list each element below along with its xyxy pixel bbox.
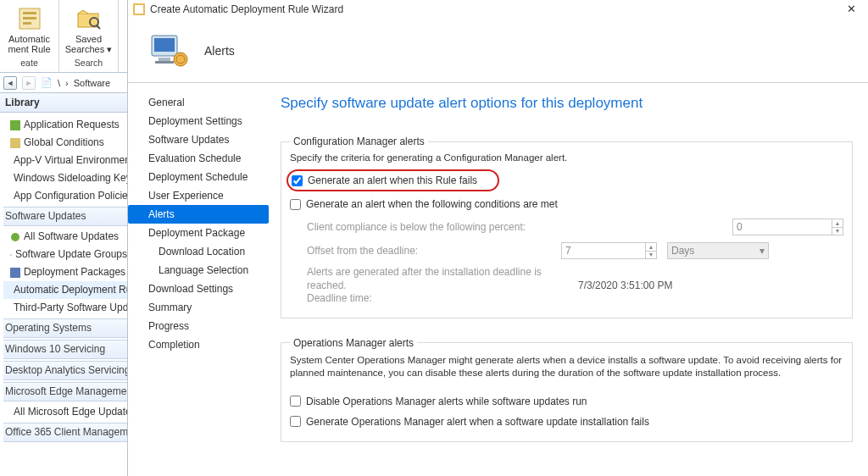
row-offset: Offset from the deadline: ▲▼ Days▾ bbox=[307, 242, 843, 259]
tree-label: Third-Party Software Upda bbox=[14, 299, 127, 317]
lbl-offset: Offset from the deadline: bbox=[307, 245, 544, 257]
chk-rule-fails[interactable] bbox=[292, 175, 303, 186]
ribbon-create-label[interactable]: Automatic ment Rule bbox=[6, 34, 52, 54]
chevron-down-icon: ▾ bbox=[760, 245, 765, 257]
step-evaluation-schedule[interactable]: Evaluation Schedule bbox=[143, 149, 272, 168]
chk-om-disable-label: Disable Operations Manager alerts while … bbox=[306, 396, 587, 407]
ribbon-create-group: Automatic ment Rule eate bbox=[0, 0, 59, 72]
input-offset[interactable] bbox=[561, 242, 646, 259]
svg-rect-14 bbox=[10, 268, 20, 278]
tree-label: Automatic Deployment Ru bbox=[14, 281, 127, 299]
chk-om-generate-row[interactable]: Generate Operations Manager alert when a… bbox=[290, 414, 843, 429]
spinner-compliance[interactable]: ▲▼ bbox=[832, 219, 843, 235]
cm-alerts-legend: Configuration Manager alerts bbox=[290, 136, 428, 147]
step-deployment-schedule[interactable]: Deployment Schedule bbox=[143, 168, 272, 186]
step-general[interactable]: General bbox=[143, 93, 272, 112]
om-alerts-legend: Operations Manager alerts bbox=[290, 337, 417, 349]
sccm-console-background: Automatic ment Rule eate Saved Searches … bbox=[0, 0, 127, 476]
step-deployment-settings[interactable]: Deployment Settings bbox=[143, 112, 272, 130]
tree-label: Operating Systems bbox=[5, 319, 92, 337]
breadcrumb-path[interactable]: Software bbox=[74, 78, 110, 88]
chk-om-disable[interactable] bbox=[290, 396, 301, 407]
svg-rect-3 bbox=[23, 22, 31, 25]
step-download-location[interactable]: Download Location bbox=[143, 242, 272, 261]
tree-category-software-updates[interactable]: Software Updates bbox=[3, 207, 127, 226]
tree-item-app-requests[interactable]: Application Requests bbox=[3, 116, 127, 134]
svg-rect-21 bbox=[154, 38, 175, 52]
chk-conditions[interactable] bbox=[290, 199, 301, 210]
svg-rect-8 bbox=[10, 138, 20, 148]
ribbon-search-label[interactable]: Saved Searches ▾ bbox=[64, 34, 114, 54]
step-user-experience[interactable]: User Experience bbox=[143, 186, 272, 205]
tree-item-adr[interactable]: Automatic Deployment Ru bbox=[3, 281, 127, 299]
tree-item-dep-packages[interactable]: Deployment Packages bbox=[3, 263, 127, 281]
tree-item-appv[interactable]: App-V Virtual Environmen bbox=[3, 152, 127, 169]
combo-offset-unit[interactable]: Days▾ bbox=[667, 242, 769, 259]
svg-line-6 bbox=[97, 25, 100, 29]
svg-rect-4 bbox=[78, 14, 98, 27]
tree-label: Software Update Groups bbox=[15, 246, 127, 263]
step-language-selection[interactable]: Language Selection bbox=[143, 261, 272, 280]
tree-item-all-edge[interactable]: All Microsoft Edge Updates bbox=[3, 403, 127, 421]
step-summary[interactable]: Summary bbox=[143, 298, 272, 317]
om-alerts-desc: System Center Operations Manager might g… bbox=[290, 354, 843, 380]
close-button[interactable]: ✕ bbox=[839, 2, 863, 17]
chk-conditions-label: Generate an alert when the following con… bbox=[306, 198, 558, 210]
tree-item-appconfig[interactable]: App Configuration Policies bbox=[3, 187, 127, 205]
chk-om-generate[interactable] bbox=[290, 416, 301, 427]
cm-alerts-group: Configuration Manager alerts Specify the… bbox=[281, 136, 853, 318]
svg-rect-22 bbox=[159, 58, 170, 61]
breadcrumb-sep2: › bbox=[65, 78, 69, 88]
tree-label: Application Requests bbox=[24, 116, 120, 134]
tree-item-edge-mgmt[interactable]: Microsoft Edge Management bbox=[3, 382, 127, 401]
svg-rect-7 bbox=[10, 120, 20, 130]
tree-item-office365[interactable]: Office 365 Client Manageme bbox=[3, 423, 127, 442]
tree-label: App Configuration Policies bbox=[14, 187, 127, 205]
step-progress[interactable]: Progress bbox=[143, 317, 272, 335]
chk-conditions-row[interactable]: Generate an alert when the following con… bbox=[290, 196, 843, 212]
ribbon: Automatic ment Rule eate Saved Searches … bbox=[0, 0, 127, 73]
step-alerts[interactable]: Alerts bbox=[128, 205, 269, 224]
svg-point-12 bbox=[11, 233, 19, 241]
tree-category-os[interactable]: Operating Systems bbox=[3, 318, 127, 338]
svg-rect-2 bbox=[23, 17, 36, 19]
breadcrumb-icon: 📄 bbox=[41, 77, 53, 88]
tree-item-su-groups[interactable]: Software Update Groups bbox=[3, 246, 127, 263]
tree-label: Software Updates bbox=[5, 208, 86, 225]
tree-label: Windows Sideloading Key bbox=[14, 169, 127, 187]
tree-item-desktop-analytics[interactable]: Desktop Analytics Servicing bbox=[3, 361, 127, 380]
tree-item-global-conditions[interactable]: Global Conditions bbox=[3, 134, 127, 152]
ribbon-create-caption: eate bbox=[20, 58, 37, 70]
step-software-updates[interactable]: Software Updates bbox=[143, 130, 272, 149]
svg-point-13 bbox=[10, 254, 12, 256]
step-completion[interactable]: Completion bbox=[143, 335, 272, 354]
step-download-settings[interactable]: Download Settings bbox=[143, 280, 272, 298]
tree-item-all-su[interactable]: All Software Updates bbox=[3, 228, 127, 246]
spinner-offset[interactable]: ▲▼ bbox=[645, 242, 657, 259]
tree-label: Windows 10 Servicing bbox=[5, 340, 105, 358]
chk-om-generate-label: Generate Operations Manager alert when a… bbox=[306, 416, 649, 428]
chk-rule-fails-row[interactable]: Generate an alert when this Rule fails bbox=[292, 173, 477, 188]
step-deployment-package[interactable]: Deployment Package bbox=[143, 224, 272, 242]
input-compliance[interactable] bbox=[732, 219, 832, 235]
nav-fwd-button[interactable]: ► bbox=[22, 76, 36, 90]
row-deadline: Alerts are generated after the installat… bbox=[307, 266, 843, 306]
wizard-header-step: Alerts bbox=[204, 44, 235, 58]
tree-label: Office 365 Client Manageme bbox=[5, 423, 127, 441]
tree-item-3rdparty[interactable]: Third-Party Software Upda bbox=[3, 299, 127, 317]
tree-label: All Software Updates bbox=[24, 228, 119, 246]
tree-label: App-V Virtual Environmen bbox=[14, 152, 127, 169]
chk-om-disable-row[interactable]: Disable Operations Manager alerts while … bbox=[290, 394, 843, 409]
tree-label: Microsoft Edge Management bbox=[5, 383, 127, 401]
svg-point-24 bbox=[174, 53, 187, 66]
tree-item-sideloading[interactable]: Windows Sideloading Key bbox=[3, 169, 127, 187]
svg-rect-23 bbox=[155, 61, 174, 64]
ribbon-search-caption: Search bbox=[75, 58, 103, 70]
chk-rule-fails-label: Generate an alert when this Rule fails bbox=[308, 174, 477, 186]
tree-label: Global Conditions bbox=[24, 134, 104, 152]
nav-back-button[interactable]: ◄ bbox=[3, 76, 17, 90]
lbl-deadline: Alerts are generated after the installat… bbox=[307, 266, 561, 306]
wizard-header: Alerts bbox=[128, 19, 868, 83]
breadcrumb-sep: \ bbox=[58, 78, 60, 88]
tree-item-win10-servicing[interactable]: Windows 10 Servicing bbox=[3, 340, 127, 359]
